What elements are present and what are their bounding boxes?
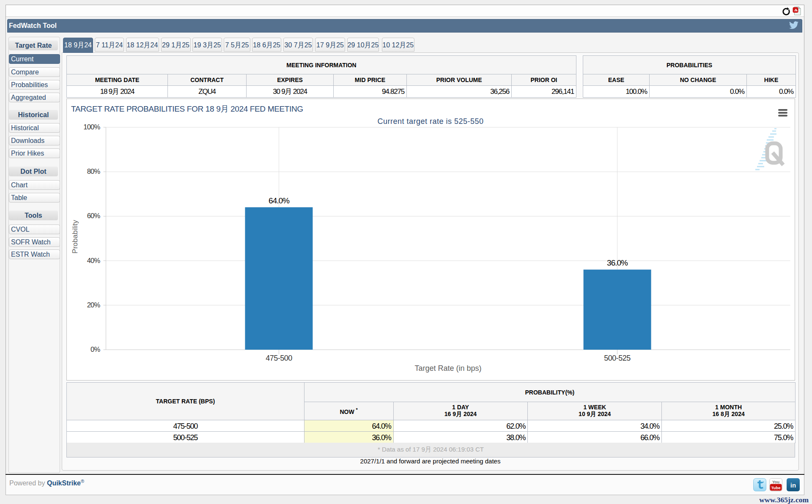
svg-text:60%: 60% (87, 212, 101, 219)
svg-text:0%: 0% (91, 345, 100, 353)
svg-text:Probability: Probability (71, 220, 79, 254)
svg-text:40%: 40% (87, 257, 101, 264)
svg-text:36.0%: 36.0% (607, 258, 628, 267)
svg-text:64.0%: 64.0% (269, 196, 290, 205)
svg-text:100%: 100% (83, 123, 100, 131)
svg-text:Current target rate is 525-550: Current target rate is 525-550 (377, 117, 483, 126)
svg-text:in: in (790, 482, 796, 489)
svg-text:475-500: 475-500 (266, 354, 292, 362)
svg-text:20%: 20% (87, 301, 101, 309)
svg-text:80%: 80% (87, 167, 101, 175)
svg-text:TARGET RATE PROBABILITIES FOR: TARGET RATE PROBABILITIES FOR 18 9月 2024… (71, 104, 303, 113)
svg-text:Target Rate (in bps): Target Rate (in bps) (414, 364, 481, 373)
svg-text:500-525: 500-525 (604, 354, 631, 362)
svg-text:Tube: Tube (771, 485, 781, 490)
svg-text:You: You (772, 479, 779, 484)
